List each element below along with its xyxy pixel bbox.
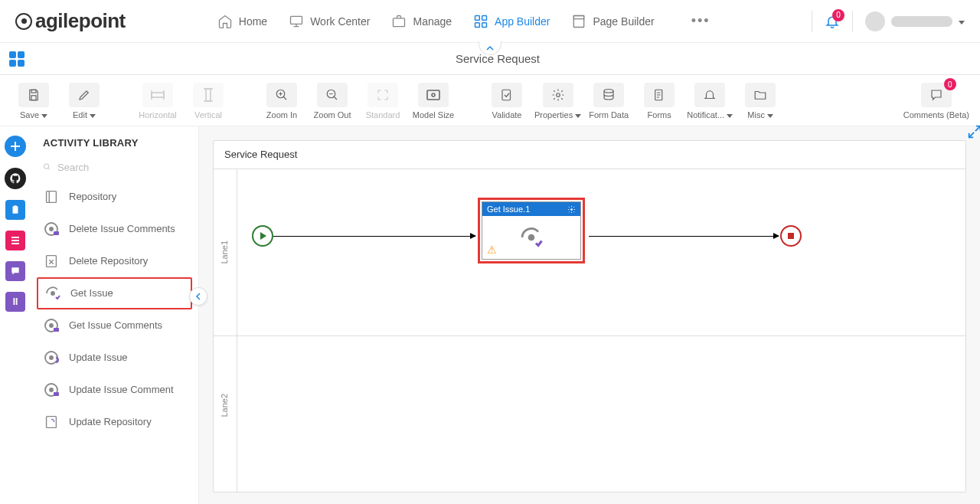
activity-item-update-issue[interactable]: Update Issue [31, 342, 198, 374]
left-rail: II [0, 126, 31, 504]
activity-item-repository[interactable]: Repository [31, 181, 198, 213]
notifications-button[interactable]: Notificat... [687, 83, 733, 119]
text-button[interactable]: II [5, 292, 25, 312]
standard-button[interactable]: Standard [360, 83, 406, 119]
end-node[interactable] [780, 225, 802, 247]
activity-label: Delete Repository [69, 255, 148, 267]
chevron-down-icon [959, 15, 965, 27]
svg-point-33 [50, 356, 53, 359]
notifications-button[interactable]: 0 [825, 14, 840, 29]
align-horizontal-icon [151, 90, 165, 100]
nav-items: Home Work Center Manage App Builder Page… [217, 13, 710, 29]
forms-button[interactable]: Forms [636, 83, 682, 119]
search-input[interactable] [57, 162, 186, 173]
standard-size-icon [376, 88, 390, 102]
chevron-down-icon [575, 110, 581, 119]
user-menu[interactable] [865, 11, 965, 31]
expand-canvas-button[interactable] [966, 123, 980, 140]
svg-point-28 [51, 292, 54, 295]
get-issue-icon [43, 283, 63, 303]
svg-point-22 [44, 164, 48, 169]
connector-1[interactable] [273, 236, 475, 237]
logo: agilepoint [15, 9, 126, 33]
svg-rect-26 [54, 231, 59, 235]
clipboard-button[interactable] [5, 200, 25, 220]
svg-rect-31 [54, 328, 59, 332]
page-icon [571, 14, 586, 29]
activity-node-body: ⚠ [482, 216, 580, 259]
edit-button[interactable]: Edit [61, 83, 107, 119]
vertical-button[interactable]: Vertical [185, 83, 231, 119]
comments-button[interactable]: 0 Comments (Beta) [903, 83, 969, 119]
update-issue-icon [41, 348, 61, 368]
activity-node-get-issue[interactable]: Get Issue.1 ⚠ [478, 198, 585, 263]
process-canvas[interactable]: Service Request Lane1 Lane2 Get Issue.1 … [213, 140, 966, 493]
database-icon [602, 88, 616, 102]
svg-rect-14 [427, 90, 439, 100]
sidebar-search [31, 156, 198, 181]
nav-app-builder[interactable]: App Builder [473, 13, 550, 29]
activity-item-update-repository[interactable]: Update Repository [31, 406, 198, 438]
save-button[interactable]: Save [11, 83, 57, 119]
chat-icon [10, 266, 21, 277]
horizontal-button[interactable]: Horizontal [135, 83, 181, 119]
clipboard-icon [10, 205, 21, 215]
zoom-in-button[interactable]: Zoom In [259, 83, 305, 119]
svg-rect-2 [475, 15, 480, 20]
svg-rect-11 [206, 89, 211, 101]
chevron-down-icon [90, 110, 96, 119]
connector-2[interactable] [589, 236, 779, 237]
validate-button[interactable]: Validate [484, 83, 530, 119]
form-data-button[interactable]: Form Data [586, 83, 632, 119]
activity-label: Update Issue Comment [69, 384, 174, 396]
nav-manage[interactable]: Manage [391, 13, 452, 29]
nav-home[interactable]: Home [217, 13, 267, 29]
activity-item-update-issue-comment[interactable]: Update Issue Comment [31, 374, 198, 406]
model-size-button[interactable]: Model Size [410, 83, 456, 119]
svg-point-17 [556, 93, 560, 97]
nav-page-builder[interactable]: Page Builder [571, 13, 654, 29]
workspace: II ACTIVITY LIBRARY Repository Delete Is… [0, 126, 980, 504]
folder-icon [753, 88, 767, 102]
list-button[interactable] [5, 231, 25, 250]
chevron-up-icon [486, 45, 494, 51]
svg-rect-6 [574, 15, 584, 27]
forms-icon [652, 88, 666, 102]
nav-work-center[interactable]: Work Center [289, 13, 370, 29]
lane1-label: Lane1 [220, 241, 229, 264]
svg-point-38 [570, 208, 573, 211]
chevron-down-icon [41, 110, 47, 119]
page-title: Service Request [24, 52, 971, 65]
svg-rect-36 [54, 392, 59, 396]
github-button[interactable] [5, 168, 26, 189]
svg-rect-7 [574, 15, 584, 18]
activity-item-get-issue-comments[interactable]: Get Issue Comments [31, 309, 198, 342]
gear-icon[interactable] [567, 205, 576, 214]
repo-icon [41, 187, 61, 207]
home-icon [217, 14, 233, 29]
plus-icon [10, 141, 21, 152]
misc-button[interactable]: Misc [737, 83, 783, 119]
activity-node-header: Get Issue.1 [482, 202, 580, 216]
activity-item-delete-repository[interactable]: Delete Repository [31, 245, 198, 277]
chat-button[interactable] [5, 261, 25, 281]
zoom-out-button[interactable]: Zoom Out [309, 83, 355, 119]
notification-badge: 0 [832, 9, 844, 21]
fit-icon [426, 90, 440, 100]
properties-button[interactable]: Properties [534, 83, 581, 119]
apps-grid-icon[interactable] [9, 51, 24, 67]
circle-icon [41, 219, 61, 239]
activity-label: Update Repository [69, 416, 152, 428]
avatar [865, 11, 885, 31]
sidebar-collapse-button[interactable] [189, 287, 207, 306]
activity-node-title: Get Issue.1 [487, 205, 530, 214]
text-icon: II [13, 296, 18, 307]
start-node[interactable] [252, 225, 273, 247]
nav-home-label: Home [239, 15, 267, 28]
add-button[interactable] [5, 136, 26, 157]
activity-item-delete-issue-comments[interactable]: Delete Issue Comments [31, 213, 198, 245]
search-icon [43, 161, 51, 173]
nav-more[interactable]: ••• [691, 13, 710, 29]
comments-badge: 0 [944, 78, 956, 90]
activity-item-get-issue[interactable]: Get Issue [37, 277, 192, 309]
